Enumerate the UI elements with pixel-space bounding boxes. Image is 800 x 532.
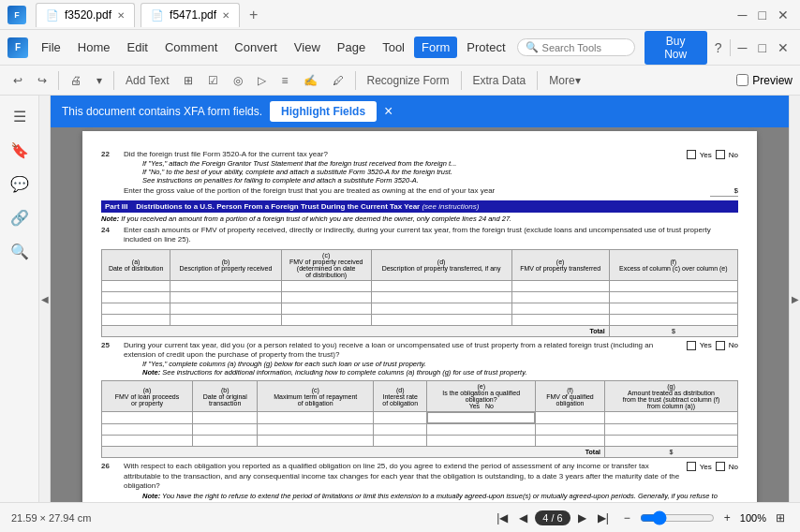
field-tool-3[interactable]: ◎	[228, 72, 248, 89]
prev-page-button[interactable]: ◀	[515, 510, 531, 526]
table-25-row-1	[102, 412, 738, 424]
menu-convert[interactable]: Convert	[227, 37, 285, 58]
status-bar: 21.59 × 27.94 cm |◀ ◀ 4 / 6 ▶ ▶| − + 100…	[0, 502, 800, 532]
menu-file[interactable]: File	[34, 37, 68, 58]
checkbox-26-no[interactable]	[716, 462, 725, 471]
highlight-fields-button[interactable]: Highlight Fields	[270, 101, 377, 122]
toolbar-separator-2	[113, 71, 114, 90]
menu-comment[interactable]: Comment	[157, 37, 225, 58]
xfa-notification-bar: This document contains XFA form fields. …	[51, 96, 789, 127]
row-25-note2: Note: See instructions for additional in…	[142, 368, 738, 377]
more-button[interactable]: More▾	[543, 72, 585, 89]
extra-data-label: Extra Data	[473, 74, 526, 87]
last-page-button[interactable]: ▶|	[594, 510, 613, 526]
undo-button[interactable]: ↩	[7, 72, 28, 89]
menu-edit[interactable]: Edit	[120, 37, 156, 58]
table-24-total-row: Total $	[102, 325, 738, 336]
xfa-close-button[interactable]: ×	[384, 103, 393, 120]
close-button[interactable]: ✕	[774, 6, 793, 24]
help-icon[interactable]: ?	[711, 38, 726, 57]
pdf-row-26: 26 With respect to each obligation you r…	[101, 462, 738, 502]
menu-form[interactable]: Form	[414, 37, 457, 58]
tab-f3520[interactable]: 📄 f3520.pdf ✕	[36, 3, 135, 27]
dropdown-button[interactable]: ▾	[91, 72, 108, 89]
extra-data-button[interactable]: Extra Data	[467, 72, 532, 89]
redo-button[interactable]: ↪	[32, 72, 52, 89]
buy-now-button[interactable]: Buy Now	[644, 31, 707, 65]
menu-protect[interactable]: Protect	[459, 37, 512, 58]
preview-checkbox[interactable]	[736, 74, 748, 86]
recognize-form-button[interactable]: Recognize Form	[362, 72, 455, 89]
sidebar-search-icon[interactable]: 🔍	[7, 238, 33, 264]
field-tool-2[interactable]: ☑	[202, 72, 224, 89]
row-24-text: Enter cash amounts or FMV of property re…	[124, 226, 738, 245]
toolbar-separator-5	[537, 71, 538, 90]
table-24-row-3	[102, 303, 738, 314]
left-panel-toggle[interactable]: ◀	[39, 96, 51, 502]
sidebar-bookmark-icon[interactable]: 🔖	[7, 137, 33, 163]
checkbox-25-yes[interactable]	[687, 341, 696, 350]
menu-page[interactable]: Page	[330, 37, 373, 58]
field-tool-7[interactable]: 🖊	[327, 72, 349, 89]
table-25-row-2	[102, 424, 738, 436]
part3-note: Note: If you received an amount from a p…	[101, 214, 738, 223]
col-24-b: (b)Description of property received	[170, 249, 282, 280]
row-25-text: During your current tax year, did you (o…	[124, 341, 682, 361]
menu-view[interactable]: View	[287, 37, 328, 58]
maximize-button[interactable]: □	[755, 6, 770, 24]
print-button[interactable]: 🖨	[65, 72, 87, 89]
checkbox-22-yes[interactable]	[687, 150, 696, 159]
add-text-label: Add Text	[126, 74, 169, 87]
zoom-in-button[interactable]: +	[720, 510, 734, 526]
minimize-menu-button[interactable]: ─	[734, 38, 751, 57]
field-tool-1[interactable]: ⊞	[178, 72, 199, 89]
zoom-slider[interactable]	[640, 510, 715, 525]
checkbox-25-no[interactable]	[716, 341, 725, 350]
menu-home[interactable]: Home	[70, 37, 118, 58]
search-input[interactable]	[542, 42, 627, 53]
row-22-value: $	[710, 186, 738, 196]
pdf-row-22: 22 Did the foreign trust file Form 3520-…	[101, 150, 738, 197]
maximize-menu-button[interactable]: □	[755, 38, 770, 57]
checkbox-26-yes[interactable]	[687, 462, 696, 471]
col-24-c: (c)FMV of property received(determined o…	[281, 249, 371, 280]
new-tab-button[interactable]: +	[245, 7, 261, 23]
app-logo: F	[7, 6, 26, 24]
fit-page-button[interactable]: ⊞	[772, 510, 789, 526]
close-menu-button[interactable]: ✕	[774, 38, 793, 57]
checkbox-22-no[interactable]	[716, 150, 725, 159]
row-22-text: Did the foreign trust file Form 3520-A f…	[124, 150, 687, 159]
sidebar-pages-icon[interactable]: ☰	[7, 103, 33, 129]
first-page-button[interactable]: |◀	[493, 510, 511, 526]
tab-f5471-close[interactable]: ✕	[222, 10, 230, 21]
table-24-row-1	[102, 280, 738, 291]
col-25-c: (c)Maximum term of repaymentof obligatio…	[258, 381, 373, 412]
field-tool-6[interactable]: ✍	[298, 72, 323, 89]
tab-f5471[interactable]: 📄 f5471.pdf ✕	[141, 3, 240, 27]
page-indicator: 4 / 6	[535, 510, 570, 525]
field-tool-4[interactable]: ▷	[252, 72, 272, 89]
menu-tool[interactable]: Tool	[375, 37, 412, 58]
minimize-button[interactable]: ─	[734, 6, 751, 24]
col-25-a: (a)FMV of loan proceedsor property	[102, 381, 193, 412]
next-page-button[interactable]: ▶	[574, 510, 590, 526]
right-panel-toggle[interactable]: ▶	[789, 96, 800, 502]
row-22-note2: If "No," to the best of your ability, co…	[142, 168, 738, 176]
document-dimensions: 21.59 × 27.94 cm	[11, 512, 91, 524]
row-26-text: With respect to each obligation you repo…	[124, 462, 682, 491]
table-25-row-3	[102, 436, 738, 447]
field-tool-5[interactable]: ≡	[275, 72, 293, 89]
add-text-button[interactable]: Add Text	[120, 72, 174, 89]
col-24-d: (d)Description of property transferred, …	[371, 249, 511, 280]
pdf-page: 22 Did the foreign trust file Form 3520-…	[82, 131, 757, 502]
recognize-form-label: Recognize Form	[367, 74, 450, 87]
sidebar-comment-icon[interactable]: 💬	[7, 170, 33, 197]
status-left: 21.59 × 27.94 cm	[11, 512, 485, 524]
search-bar[interactable]: 🔍	[517, 38, 635, 56]
menu-bar: F File Home Edit Comment Convert View Pa…	[0, 30, 800, 66]
col-25-f: (f)FMV of qualifiedobligation	[535, 381, 604, 412]
zoom-out-button[interactable]: −	[620, 510, 634, 526]
tab-f3520-close[interactable]: ✕	[117, 10, 125, 21]
sidebar-link-icon[interactable]: 🔗	[7, 204, 33, 230]
col-25-d: (d)Interest rateof obligation	[373, 381, 427, 412]
